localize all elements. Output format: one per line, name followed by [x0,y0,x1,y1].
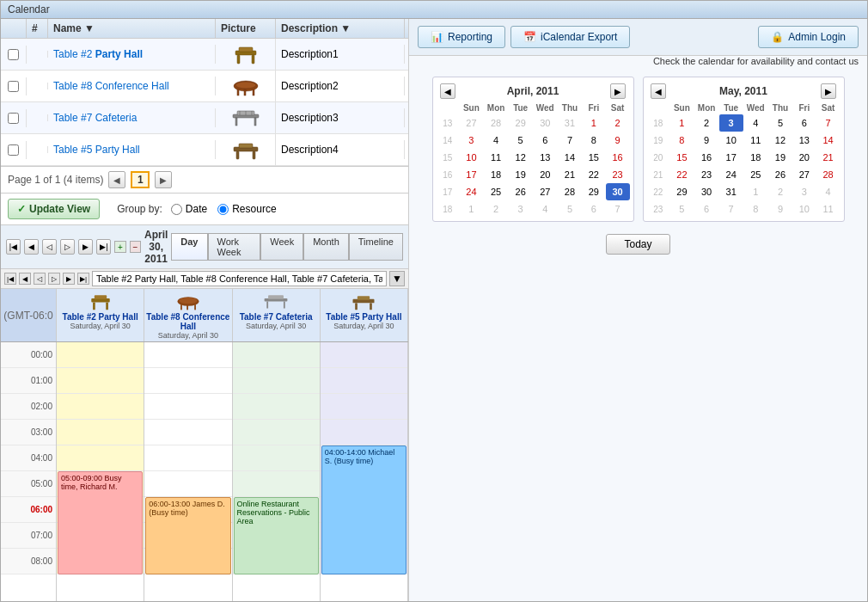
cal-day[interactable]: 19 [768,149,792,166]
cal-day[interactable]: 27 [459,114,484,132]
row-checkbox[interactable] [1,77,27,95]
nav-last-btn[interactable]: ▶| [96,239,111,255]
cal-day[interactable]: 1 [669,114,694,132]
cal-day[interactable]: 23 [694,166,719,183]
res-nav-next2[interactable]: ▶ [63,273,75,285]
cal-day[interactable]: 6 [792,114,816,132]
nav-next-btn[interactable]: ▶ [78,239,93,255]
cal-day[interactable]: 31 [719,183,743,200]
cal-prev-btn[interactable]: ◀ [440,83,455,99]
groupby-date-radio[interactable] [171,204,182,215]
nav-first-btn[interactable]: |◀ [6,239,21,255]
cal-day[interactable]: 9 [694,132,719,149]
cal-day[interactable]: 12 [509,149,533,166]
remove-filter-btn[interactable]: − [130,241,141,253]
nav-prev-small-btn[interactable]: ◁ [42,239,57,255]
cal-day[interactable]: 7 [606,200,630,218]
cal-day[interactable]: 8 [743,200,768,218]
cal-day[interactable]: 26 [768,166,792,183]
cal-day[interactable]: 4 [484,132,509,149]
groupby-resource-radio[interactable] [217,204,229,215]
cal-day[interactable]: 5 [669,200,694,218]
cal-day[interactable]: 3 [509,200,533,218]
cal-day[interactable]: 2 [694,114,719,132]
cal-day[interactable]: 1 [582,114,605,132]
today-btn[interactable]: Today [606,234,669,255]
cal-day[interactable]: 28 [558,183,582,200]
row-checkbox[interactable] [1,141,27,159]
cal-day[interactable]: 11 [816,200,840,218]
cal-day[interactable]: 18 [743,149,768,166]
cal-day[interactable]: 16 [606,149,630,166]
current-page[interactable]: 1 [131,171,150,188]
resource-selector-input[interactable] [92,271,387,286]
cal-day[interactable]: 18 [484,166,509,183]
tab-week[interactable]: Week [260,233,303,261]
reporting-btn[interactable]: 📊 Reporting [418,26,505,48]
cal-day[interactable]: 29 [582,183,605,200]
tab-timeline[interactable]: Timeline [349,233,403,261]
cal-day[interactable]: 3 [792,183,816,200]
tab-month[interactable]: Month [303,233,349,261]
row-name[interactable]: Table #5 Party Hall [48,140,216,159]
cal-day[interactable]: 1 [459,200,484,218]
cal-day[interactable]: 7 [558,132,582,149]
resource-dropdown-btn[interactable]: ▼ [389,271,405,286]
cal-day[interactable]: 5 [558,200,582,218]
cal-prev-btn-may[interactable]: ◀ [651,83,666,99]
cal-day[interactable]: 20 [792,149,816,166]
cal-day[interactable]: 23 [606,166,630,183]
row-checkbox[interactable] [1,109,27,127]
cal-day[interactable]: 4 [816,183,840,200]
cal-day[interactable]: 10 [792,200,816,218]
prev-page-btn[interactable]: ◀ [108,171,125,188]
add-filter-btn[interactable]: + [114,241,125,253]
event-busy-michael[interactable]: 04:00-14:00 Michael S. (Busy time) [321,445,406,574]
cal-day[interactable]: 25 [743,166,768,183]
cal-day[interactable]: 5 [509,132,533,149]
event-busy-james[interactable]: 06:00-13:00 James D. (Busy time) [145,497,230,574]
cal-day[interactable]: 15 [669,149,694,166]
event-busy-richard[interactable]: 05:00-09:00 Busy time, Richard M. [58,471,143,574]
cal-day[interactable]: 29 [669,183,694,200]
cal-day[interactable]: 8 [669,132,694,149]
cal-day[interactable]: 30 [694,183,719,200]
update-view-btn[interactable]: ✓ Update View [8,199,100,219]
cal-day-today[interactable]: 3 [719,114,743,132]
cal-day[interactable]: 6 [694,200,719,218]
icalendar-btn[interactable]: 📅 iCalendar Export [510,26,630,48]
cal-day[interactable]: 30 [533,114,558,132]
row-name[interactable]: Table #7 Cafeteria [48,108,216,127]
cal-day[interactable]: 2 [484,200,509,218]
cal-day[interactable]: 17 [459,166,484,183]
cal-day[interactable]: 12 [768,132,792,149]
cal-day[interactable]: 28 [484,114,509,132]
cal-day[interactable]: 6 [533,132,558,149]
cal-day[interactable]: 22 [669,166,694,183]
cal-day[interactable]: 26 [509,183,533,200]
cal-day-selected[interactable]: 30 [606,183,630,200]
cal-day[interactable]: 10 [719,132,743,149]
cal-day[interactable]: 20 [533,166,558,183]
cal-day[interactable]: 3 [459,132,484,149]
cal-day[interactable]: 11 [743,132,768,149]
res-nav-last[interactable]: ▶| [77,273,89,285]
cal-day[interactable]: 10 [459,149,484,166]
cal-day[interactable]: 11 [484,149,509,166]
cal-day[interactable]: 6 [582,200,605,218]
cal-day[interactable]: 28 [816,166,840,183]
groupby-date-option[interactable]: Date [171,203,207,215]
cal-day[interactable]: 17 [719,149,743,166]
cal-day[interactable]: 19 [509,166,533,183]
cal-day[interactable]: 15 [582,149,605,166]
cal-day[interactable]: 22 [582,166,605,183]
cal-day[interactable]: 5 [768,114,792,132]
cal-day[interactable]: 14 [558,149,582,166]
cal-day[interactable]: 9 [606,132,630,149]
cal-day[interactable]: 21 [816,149,840,166]
cal-day[interactable]: 4 [743,114,768,132]
res-nav-prev[interactable]: ◀ [19,273,31,285]
row-name[interactable]: Table #8 Conference Hall [48,77,216,95]
cal-day[interactable]: 2 [768,183,792,200]
groupby-resource-option[interactable]: Resource [217,203,276,215]
